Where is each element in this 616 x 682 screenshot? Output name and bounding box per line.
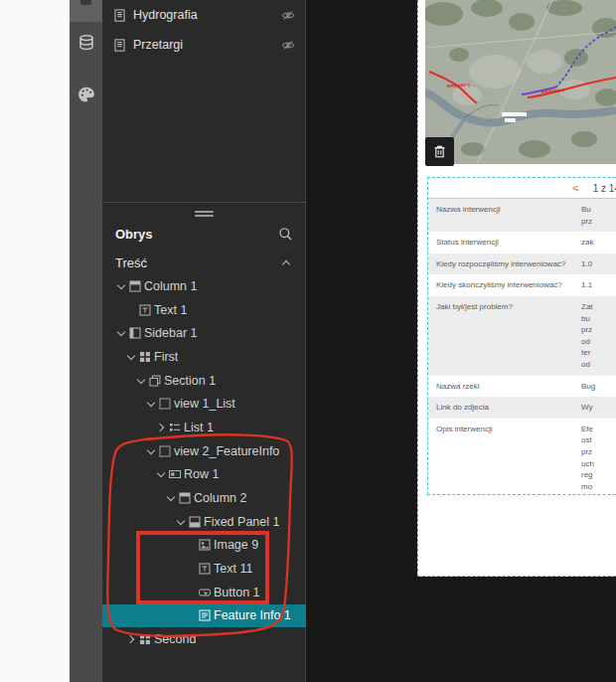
tree-item-list-1[interactable]: List 1 (102, 416, 306, 439)
view-widget-icon (159, 445, 171, 457)
feature-pagination: < 1 z 14 (428, 178, 616, 198)
chevron-down-icon[interactable] (176, 517, 186, 527)
theme-tool-button[interactable] (70, 80, 102, 109)
text-widget-icon (139, 304, 151, 316)
outline-title: Obrys (115, 227, 153, 242)
table-row: Kiedy rozpoczęliśmy interweniować? 1.0 (428, 254, 616, 275)
chevron-down-icon[interactable] (156, 469, 166, 479)
tree-item-view-1-list[interactable]: view 1_List (102, 392, 306, 416)
tree-item-text-11[interactable]: Text 11 (102, 557, 306, 581)
tree-item-button-1[interactable]: Button 1 (102, 581, 306, 604)
chevron-down-icon[interactable] (146, 399, 156, 409)
trash-icon (432, 144, 447, 159)
chevron-spacer (186, 540, 196, 550)
column-widget-icon (179, 492, 191, 504)
panel-divider (102, 202, 306, 203)
feature-info-widget-icon (199, 609, 211, 621)
chevron-spacer (126, 305, 136, 315)
tree-item-text-1[interactable]: Text 1 (102, 298, 306, 322)
table-row: Opis interwencji Efe ost prz uch reg mo (428, 419, 616, 495)
tree-item-section-1[interactable]: Section 1 (102, 369, 306, 393)
pages-icon (80, 0, 91, 5)
table-row: Kiedy skończyliśmy interweniować? 1.1 (428, 274, 616, 296)
previous-page-button[interactable]: < (572, 183, 578, 194)
outline-tree: Column 1 Text 1 Sidebar 1 First Section … (102, 274, 306, 651)
page-grid-icon (139, 633, 151, 645)
outline-header: Obrys (102, 221, 306, 247)
layer-label: Przetargi (133, 38, 274, 52)
tool-strip (70, 0, 102, 682)
view-widget-icon (159, 398, 171, 410)
tree-item-column-2[interactable]: Column 2 (102, 486, 306, 510)
text-widget-icon (199, 563, 211, 575)
feature-info-widget[interactable]: < 1 z 14 Nazwa interwencji Bu prz Status… (427, 177, 616, 495)
page-count-label: 1 z 14 (593, 183, 616, 194)
tree-item-fixed-panel-1[interactable]: Fixed Panel 1 (102, 510, 306, 534)
chevron-spacer (186, 564, 196, 574)
fixed-panel-widget-icon (189, 516, 201, 528)
tree-item-second[interactable]: Second (102, 627, 306, 651)
page-grid-icon (139, 351, 151, 363)
eye-slash-icon[interactable] (281, 10, 295, 21)
section-widget-icon (149, 375, 161, 387)
chevron-down-icon[interactable] (116, 281, 126, 291)
layer-list-icon (113, 39, 126, 52)
page-gutter (0, 0, 70, 682)
tree-item-feature-info-1[interactable]: Feature Info 1 (102, 604, 306, 628)
tree-item-image-9[interactable]: Image 9 (102, 534, 306, 558)
content-section-label: Treść (115, 256, 147, 270)
list-widget-icon (169, 422, 181, 433)
data-tool-button[interactable] (70, 28, 102, 58)
left-panel: Hydrografia Przetargi Obrys Treść (102, 0, 306, 682)
content-section-header[interactable]: Treść (102, 251, 306, 274)
table-row: Status interwencji zak (428, 232, 616, 254)
sidebar-widget-icon (129, 327, 141, 339)
palette-icon (77, 85, 95, 103)
database-icon (77, 34, 95, 52)
chevron-down-icon[interactable] (166, 493, 176, 503)
eye-slash-icon[interactable] (281, 40, 295, 51)
chevron-down-icon[interactable] (116, 328, 126, 338)
tree-item-view-2-featureinfo[interactable]: view 2_FeatureInfo (102, 439, 306, 463)
table-row: Nazwa interwencji Bu prz (428, 199, 616, 232)
table-row: Nazwa rzeki Bug (428, 376, 616, 398)
tree-item-column-1[interactable]: Column 1 (102, 274, 306, 298)
chevron-down-icon[interactable] (146, 446, 156, 456)
button-widget-icon (199, 587, 211, 598)
chevron-right-icon[interactable] (156, 423, 166, 432)
search-icon[interactable] (278, 227, 293, 242)
layer-list-icon (113, 9, 126, 22)
layer-item-hydrografia[interactable]: Hydrografia (102, 0, 305, 30)
feature-table: Nazwa interwencji Bu prz Status interwen… (428, 198, 616, 495)
chevron-right-icon[interactable] (126, 634, 136, 644)
chevron-down-icon[interactable] (136, 376, 146, 386)
resize-handle[interactable] (195, 211, 214, 218)
table-row: Jaki był/jest problem? Zat bu prz od ter… (428, 296, 616, 376)
layer-item-przetargi[interactable]: Przetargi (102, 30, 305, 60)
layer-label: Hydrografia (133, 8, 274, 22)
tree-item-first[interactable]: First (102, 345, 306, 369)
chevron-down-icon[interactable] (126, 352, 136, 362)
table-row: Link do zdjecia Wy (428, 397, 616, 419)
row-widget-icon (169, 468, 181, 480)
chevron-spacer (186, 588, 196, 597)
trash-button[interactable] (425, 137, 454, 166)
tree-item-sidebar-1[interactable]: Sidebar 1 (102, 321, 306, 345)
chevron-up-icon (282, 258, 291, 267)
pages-tool-button[interactable] (70, 0, 102, 22)
tree-item-row-1[interactable]: Row 1 (102, 463, 306, 487)
column-widget-icon (129, 280, 141, 292)
chevron-spacer (186, 610, 196, 620)
image-widget-icon (199, 539, 211, 551)
